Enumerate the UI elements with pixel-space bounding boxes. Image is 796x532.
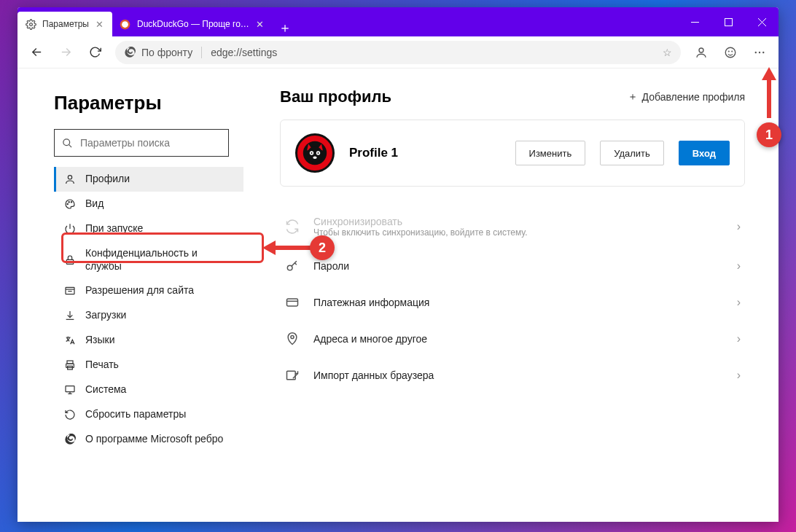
svg-point-0 — [29, 23, 32, 26]
svg-rect-23 — [66, 259, 73, 264]
back-button[interactable] — [23, 39, 50, 66]
row-payments[interactable]: Платежная информация › — [280, 284, 745, 321]
main-header: Ваш профиль ＋ Добавление профиля — [280, 87, 745, 106]
row-passwords[interactable]: Пароли › — [280, 248, 745, 284]
nav-site-permissions[interactable]: Разрешения для сайта — [54, 278, 243, 303]
titlebar: Параметры ✕ DuckDuckGo — Проще говоря ✕ … — [17, 7, 779, 36]
nav-downloads[interactable]: Загрузки — [54, 303, 243, 328]
edge-icon — [124, 47, 136, 58]
permissions-icon — [63, 284, 77, 297]
nav-startup[interactable]: При запуске — [54, 216, 243, 241]
svg-point-40 — [311, 152, 312, 154]
sidebar-title: Параметры — [54, 92, 262, 114]
svg-point-42 — [313, 157, 316, 160]
sync-icon — [284, 219, 300, 235]
nav-reset[interactable]: Сбросить параметры — [54, 402, 243, 427]
nav-appearance[interactable]: Вид — [54, 192, 243, 216]
tab-duckduckgo[interactable]: DuckDuckGo — Проще говоря ✕ — [112, 12, 273, 36]
search-box[interactable] — [54, 129, 229, 157]
duckduckgo-icon — [120, 18, 131, 30]
svg-point-43 — [287, 265, 292, 270]
svg-rect-31 — [66, 386, 74, 392]
annotation-marker-2: 2 — [310, 235, 335, 260]
svg-rect-28 — [67, 361, 73, 364]
delete-button[interactable]: Удалить — [600, 141, 664, 165]
svg-point-15 — [762, 51, 764, 52]
import-icon — [284, 367, 300, 383]
add-profile-button[interactable]: ＋ Добавление профиля — [628, 90, 745, 103]
svg-point-18 — [68, 176, 71, 179]
toolbar: По фронту edge://settings ☆ — [17, 36, 779, 69]
address-bar[interactable]: По фронту edge://settings ☆ — [115, 41, 681, 64]
search-input[interactable] — [80, 137, 221, 149]
row-addresses[interactable]: Адреса и многое другое › — [280, 321, 745, 357]
card-icon — [284, 294, 300, 310]
row-import[interactable]: Импорт данных браузера › — [280, 357, 745, 394]
favorite-icon[interactable]: ☆ — [663, 47, 672, 58]
tab-strip: Параметры ✕ DuckDuckGo — Проще говоря ✕ … — [17, 7, 297, 36]
minimize-button[interactable] — [678, 7, 711, 36]
svg-point-13 — [755, 51, 757, 52]
close-icon[interactable]: ✕ — [255, 19, 265, 29]
row-sync: Синхронизировать Чтобы включить синхрони… — [280, 206, 745, 248]
separator — [201, 47, 202, 58]
feedback-icon[interactable] — [717, 39, 744, 66]
svg-line-17 — [69, 144, 71, 147]
chevron-right-icon: › — [737, 369, 741, 382]
svg-rect-44 — [287, 299, 298, 306]
svg-point-16 — [63, 138, 70, 145]
content: Параметры Профили Вид При запуске — [17, 69, 779, 522]
close-icon[interactable]: ✕ — [95, 19, 105, 29]
edit-button[interactable]: Изменить — [515, 141, 586, 165]
close-window-button[interactable] — [745, 7, 779, 36]
svg-point-10 — [725, 47, 735, 58]
annotation-arrow-1 — [758, 67, 780, 124]
forward-button[interactable] — [52, 39, 79, 66]
svg-point-20 — [69, 202, 69, 203]
nav-about[interactable]: О программе Microsoft ребро — [54, 427, 243, 452]
power-icon — [63, 222, 77, 235]
printer-icon — [63, 359, 77, 372]
addr-url: edge://settings — [211, 47, 277, 58]
svg-point-37 — [307, 146, 323, 163]
chevron-right-icon: › — [737, 296, 741, 309]
nav-system[interactable]: Система — [54, 378, 243, 402]
tab-label: Параметры — [42, 19, 89, 29]
nav-privacy[interactable]: Конфиденциальность и службы — [54, 241, 243, 278]
addr-prefix: По фронту — [141, 47, 192, 58]
svg-point-12 — [732, 51, 733, 52]
maximize-button[interactable] — [711, 7, 745, 36]
svg-point-41 — [317, 152, 319, 154]
nav-profiles[interactable]: Профили — [54, 167, 243, 192]
chevron-right-icon: › — [737, 259, 741, 273]
svg-marker-52 — [762, 67, 776, 80]
monitor-icon — [63, 383, 77, 396]
profile-name: Profile 1 — [349, 146, 501, 160]
profile-icon[interactable] — [688, 39, 714, 66]
tab-settings[interactable]: Параметры ✕ — [17, 12, 112, 36]
person-icon — [63, 173, 77, 186]
refresh-button[interactable] — [82, 39, 108, 66]
svg-point-46 — [291, 335, 294, 338]
edge-icon — [63, 433, 77, 446]
profile-card: Profile 1 Изменить Удалить Вход — [280, 120, 745, 187]
svg-point-19 — [67, 203, 68, 204]
svg-rect-47 — [287, 371, 296, 380]
login-button[interactable]: Вход — [679, 141, 730, 165]
gear-icon — [25, 18, 36, 30]
annotation-marker-1: 1 — [757, 122, 781, 147]
avatar — [295, 133, 335, 173]
svg-rect-24 — [66, 287, 74, 294]
tab-label: DuckDuckGo — Проще говоря — [137, 19, 249, 29]
palette-icon — [63, 197, 77, 211]
chevron-right-icon: › — [737, 332, 741, 345]
sidebar: Параметры Профили Вид При запуске — [17, 69, 280, 522]
plus-icon: ＋ — [628, 90, 638, 103]
svg-point-2 — [122, 21, 129, 28]
language-icon — [63, 334, 77, 347]
menu-button[interactable] — [746, 39, 773, 66]
window-controls — [678, 7, 779, 36]
nav-print[interactable]: Печать — [54, 353, 243, 378]
nav-languages[interactable]: Языки — [54, 328, 243, 353]
new-tab-button[interactable]: ＋ — [273, 19, 297, 36]
